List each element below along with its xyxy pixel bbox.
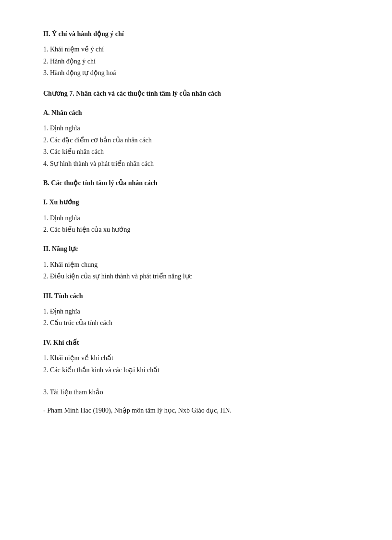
section-a-item-3: 3. Các kiểu nhân cách [43,147,349,157]
section-a-item-2: 2. Các đặc điểm cơ bản của nhân cách [43,135,349,146]
section-b-heading-block: B. Các thuộc tính tâm lý của nhân cách [43,178,349,188]
tinh-cach-block: III. Tính cách 1. Định nghĩa 2. Cấu trúc… [43,291,349,329]
tinh-cach-item-1: 1. Định nghĩa [43,306,349,317]
chapter7-heading: Chương 7. Nhân cách và các thuộc tính tâ… [43,88,349,99]
nang-luc-item-1: 1. Khái niệm chung [43,260,349,270]
khi-chat-block: IV. Khí chất 1. Khái niệm về khí chất 2.… [43,338,349,376]
xu-huong-block: I. Xu hướng 1. Định nghĩa 2. Các biểu hi… [43,197,349,235]
xu-huong-heading: I. Xu hướng [43,197,349,208]
section-a-heading: A. Nhân cách [43,108,349,118]
references-block: 3. Tài liệu tham khảo [43,387,349,398]
nang-luc-block: II. Năng lực 1. Khái niệm chung 2. Điều … [43,244,349,282]
references-heading: 3. Tài liệu tham khảo [43,387,349,398]
section-ii-heading: II. Ý chí và hành động ý chí [43,29,349,39]
tinh-cach-heading: III. Tính cách [43,291,349,301]
khi-chat-item-2: 2. Các kiểu thần kinh và các loại khí ch… [43,365,349,376]
section-a-item-1: 1. Định nghĩa [43,123,349,134]
chapter7-heading-block: Chương 7. Nhân cách và các thuộc tính tâ… [43,88,349,99]
section-ii-item-3: 3. Hành động tự động hoá [43,68,349,78]
xu-huong-item-1: 1. Định nghĩa [43,213,349,224]
reference-item-1: - Pham Minh Hac (1980), Nhập môn tâm lý … [43,405,349,416]
references-list-block: - Pham Minh Hac (1980), Nhập môn tâm lý … [43,405,349,416]
tinh-cach-item-2: 2. Cấu trúc của tính cách [43,318,349,328]
section-a-item-4: 4. Sự hình thành và phát triển nhân cách [43,159,349,169]
section-ii-item-2: 2. Hành động ý chí [43,56,349,67]
section-b-heading: B. Các thuộc tính tâm lý của nhân cách [43,178,349,188]
nang-luc-item-2: 2. Điều kiện của sự hình thành và phát t… [43,271,349,282]
khi-chat-item-1: 1. Khái niệm về khí chất [43,353,349,364]
section-ii-heading-block: II. Ý chí và hành động ý chí 1. Khái niệ… [43,29,349,79]
khi-chat-heading: IV. Khí chất [43,338,349,348]
section-a-block: A. Nhân cách 1. Định nghĩa 2. Các đặc đi… [43,108,349,169]
xu-huong-item-2: 2. Các biểu hiện của xu hướng [43,225,349,235]
nang-luc-heading: II. Năng lực [43,244,349,254]
section-ii-item-1: 1. Khái niệm về ý chí [43,44,349,55]
